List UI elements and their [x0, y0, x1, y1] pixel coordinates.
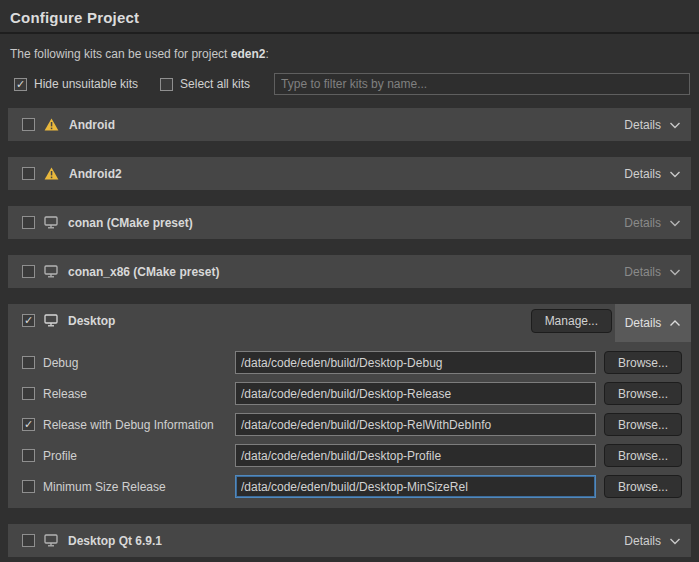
- chevron-up-icon: [669, 316, 681, 330]
- build-config-checkbox-profile[interactable]: [22, 449, 35, 462]
- details-button-desktop-qt-691[interactable]: Details: [624, 534, 681, 548]
- kit-panel-desktop: Details ✓ Desktop Manage... Debug Browse…: [8, 304, 691, 508]
- details-label: Details: [624, 167, 661, 181]
- build-config-row-profile: Profile Browse...: [22, 444, 682, 467]
- build-config-option[interactable]: Debug: [22, 356, 235, 370]
- build-config-option[interactable]: Release: [22, 387, 235, 401]
- details-label: Details: [624, 216, 661, 230]
- build-config-label: Profile: [43, 449, 77, 463]
- kit-row-conan-x86[interactable]: conan_x86 (CMake preset) Details: [8, 255, 691, 288]
- build-dir-input-minsizerel[interactable]: [235, 475, 596, 498]
- build-config-label: Debug: [43, 356, 78, 370]
- select-all-kits-checkbox[interactable]: [160, 78, 173, 91]
- select-all-kits-label: Select all kits: [180, 77, 250, 91]
- kits-description-text: The following kits can be used for proje…: [10, 47, 231, 61]
- build-config-label: Release: [43, 387, 87, 401]
- build-config-checkbox-relwithdebinfo[interactable]: ✓: [22, 418, 35, 431]
- kit-checkbox-conan-x86[interactable]: [22, 265, 35, 278]
- kit-filter-input[interactable]: [274, 73, 690, 95]
- kit-name: Android2: [69, 167, 122, 181]
- chevron-down-icon: [669, 118, 681, 132]
- hide-unsuitable-kits-label: Hide unsuitable kits: [34, 77, 138, 91]
- kit-row-desktop[interactable]: ✓ Desktop Manage...: [8, 304, 691, 337]
- kit-checkbox-android[interactable]: [22, 118, 35, 131]
- warning-icon: [44, 167, 59, 180]
- build-config-label: Minimum Size Release: [43, 480, 166, 494]
- kit-row-conan[interactable]: conan (CMake preset) Details: [8, 206, 691, 239]
- build-dir-input-release[interactable]: [235, 382, 596, 405]
- kit-filter-row: ✓ Hide unsuitable kits Select all kits: [14, 72, 690, 96]
- build-config-row-relwithdebinfo: ✓ Release with Debug Information Browse.…: [22, 413, 682, 436]
- browse-button-release[interactable]: Browse...: [604, 382, 682, 405]
- build-config-label: Release with Debug Information: [43, 418, 214, 432]
- details-button-android2[interactable]: Details: [624, 167, 681, 181]
- desktop-icon: [44, 314, 58, 327]
- kit-row-android[interactable]: Android Details: [8, 108, 691, 141]
- browse-button-relwithdebinfo[interactable]: Browse...: [604, 413, 682, 436]
- manage-kits-button[interactable]: Manage...: [531, 309, 612, 333]
- build-config-checkbox-minsizerel[interactable]: [22, 480, 35, 493]
- details-label: Details: [624, 265, 661, 279]
- details-button-android[interactable]: Details: [624, 118, 681, 132]
- project-name: eden2: [231, 47, 266, 61]
- kit-checkbox-desktop[interactable]: ✓: [22, 314, 35, 327]
- kits-description: The following kits can be used for proje…: [10, 47, 689, 61]
- desktop-icon: [44, 534, 58, 547]
- details-label: Details: [625, 316, 662, 330]
- kit-name: Desktop Qt 6.9.1: [68, 534, 162, 548]
- details-label: Details: [624, 118, 661, 132]
- hide-unsuitable-kits-option[interactable]: ✓ Hide unsuitable kits: [14, 77, 138, 91]
- chevron-down-icon: [669, 265, 681, 279]
- chevron-down-icon: [669, 534, 681, 548]
- desktop-icon: [44, 265, 58, 278]
- build-config-row-minsizerel: Minimum Size Release Browse...: [22, 475, 682, 498]
- kit-checkbox-desktop-qt-691[interactable]: [22, 534, 35, 547]
- chevron-down-icon: [669, 216, 681, 230]
- browse-button-profile[interactable]: Browse...: [604, 444, 682, 467]
- browse-button-minsizerel[interactable]: Browse...: [604, 475, 682, 498]
- page-title: Configure Project: [10, 9, 689, 26]
- build-config-checkbox-debug[interactable]: [22, 356, 35, 369]
- build-dir-input-relwithdebinfo[interactable]: [235, 413, 596, 436]
- details-button-conan[interactable]: Details: [624, 216, 681, 230]
- build-config-option[interactable]: Minimum Size Release: [22, 480, 235, 494]
- build-config-option[interactable]: Profile: [22, 449, 235, 463]
- warning-icon: [44, 118, 59, 131]
- build-dir-input-profile[interactable]: [235, 444, 596, 467]
- build-config-checkbox-release[interactable]: [22, 387, 35, 400]
- details-button-desktop[interactable]: Details: [615, 304, 691, 342]
- kit-name: conan (CMake preset): [68, 216, 193, 230]
- kits-description-colon: :: [265, 47, 268, 61]
- page-header: Configure Project: [0, 0, 699, 34]
- kit-checkbox-conan[interactable]: [22, 216, 35, 229]
- kit-row-desktop-qt-691[interactable]: Desktop Qt 6.9.1 Details: [8, 524, 691, 557]
- kit-name: Android: [69, 118, 115, 132]
- kit-name: Desktop: [68, 314, 115, 328]
- build-config-option[interactable]: ✓ Release with Debug Information: [22, 418, 235, 432]
- kit-row-android2[interactable]: Android2 Details: [8, 157, 691, 190]
- kit-name: conan_x86 (CMake preset): [68, 265, 219, 279]
- chevron-down-icon: [669, 167, 681, 181]
- browse-button-debug[interactable]: Browse...: [604, 351, 682, 374]
- details-label: Details: [624, 534, 661, 548]
- kit-list: Android Details Android2 Details conan (…: [8, 108, 691, 557]
- kit-checkbox-android2[interactable]: [22, 167, 35, 180]
- hide-unsuitable-kits-checkbox[interactable]: ✓: [14, 78, 27, 91]
- build-config-row-debug: Debug Browse...: [22, 351, 682, 374]
- build-dir-input-debug[interactable]: [235, 351, 596, 374]
- desktop-icon: [44, 216, 58, 229]
- select-all-kits-option[interactable]: Select all kits: [160, 77, 250, 91]
- details-button-conan-x86[interactable]: Details: [624, 265, 681, 279]
- build-config-row-release: Release Browse...: [22, 382, 682, 405]
